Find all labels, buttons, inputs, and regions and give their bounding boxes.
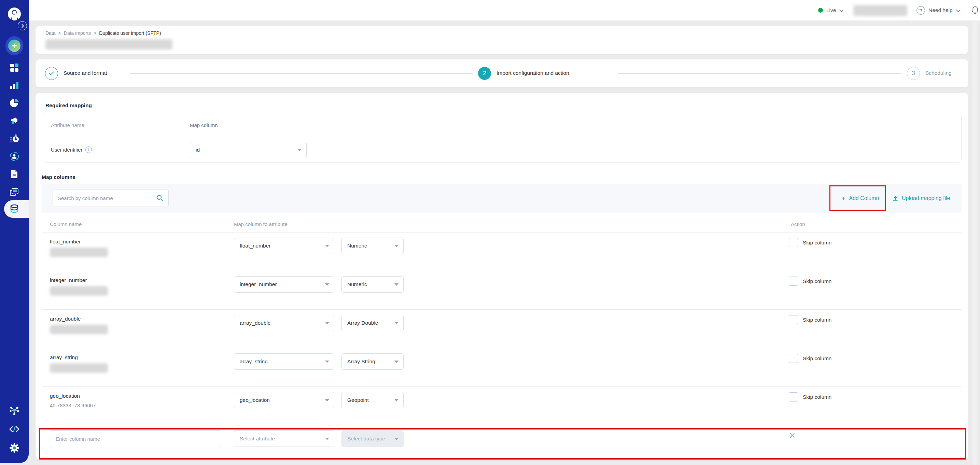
action-header: Action (791, 221, 805, 227)
step-1-check-circle (45, 67, 58, 80)
create-new-button[interactable]: + (5, 36, 23, 55)
user-identifier-value: id (196, 147, 200, 153)
chevron-right-icon (20, 24, 24, 28)
add-column-label: Add Column (849, 195, 879, 201)
page-header-card: Data > Data imports > Duplicate user imp… (35, 26, 968, 54)
user-identifier-label: User identifier i (51, 147, 92, 153)
user-identifier-dropdown[interactable]: id (190, 142, 307, 158)
skip-column-label: Skip column (803, 355, 832, 361)
caret-down-icon (395, 399, 398, 401)
step-3-label[interactable]: Scheduling (925, 70, 952, 76)
grid-icon (9, 62, 19, 73)
sidebar-nav: + (0, 0, 29, 463)
remove-new-column-button[interactable]: ✕ (789, 431, 795, 440)
new-column-name-input[interactable] (50, 430, 221, 447)
code-icon (9, 424, 20, 434)
skip-column-label: Skip column (803, 278, 832, 284)
sidebar-item-reports[interactable] (9, 98, 20, 108)
sidebar-item-journeys[interactable] (9, 134, 20, 145)
caret-down-icon (325, 360, 329, 363)
caret-down-icon (395, 283, 398, 286)
column-name-header: Column name (50, 221, 82, 227)
skip-column-checkbox[interactable] (789, 238, 798, 247)
datatype-dropdown[interactable]: Array Double (342, 315, 404, 331)
info-icon[interactable]: i (85, 147, 92, 153)
chevron-down-icon (839, 8, 844, 12)
notifications-button[interactable] (970, 0, 980, 21)
sidebar-item-developer[interactable] (9, 424, 20, 435)
sidebar-item-data[interactable] (9, 204, 20, 214)
sidebar-item-grid[interactable] (9, 62, 20, 73)
breadcrumb: Data > Data imports > Duplicate user imp… (45, 30, 161, 36)
attribute-dropdown[interactable]: array_double (234, 315, 334, 331)
layers-icon (9, 187, 19, 197)
add-column-button[interactable]: + Add Column (842, 184, 879, 213)
search-input[interactable] (58, 195, 156, 201)
datatype-dropdown[interactable]: Numeric (342, 276, 404, 293)
new-column-attribute-dropdown[interactable]: Select attribute (234, 430, 334, 447)
caret-down-icon (395, 438, 398, 440)
plus-icon: + (8, 40, 21, 52)
divider (42, 135, 961, 135)
caret-down-icon (325, 245, 329, 247)
need-help-label: Need help (928, 7, 953, 13)
datatype-value: Array String (347, 358, 375, 365)
column-name-cell: integer_number (50, 277, 87, 283)
user-identifier-text: User identifier (51, 147, 83, 153)
attribute-value: geo_location (240, 397, 270, 403)
sidebar-item-integrations[interactable] (9, 405, 20, 416)
column-name-cell: array_double (50, 316, 81, 322)
vertical-scrollbar[interactable] (972, 21, 977, 465)
datatype-dropdown[interactable]: Array String (342, 354, 404, 370)
datatype-dropdown[interactable]: Geopoint (342, 392, 404, 408)
sidebar-item-settings[interactable] (9, 443, 20, 453)
breadcrumb-current: Duplicate user import (SFTP) (99, 30, 161, 36)
datatype-dropdown[interactable]: Numeric (342, 237, 404, 254)
table-row: array_string array_string Array String S… (42, 348, 962, 387)
column-name-cell: geo_location (50, 393, 80, 399)
step-1-label[interactable]: Source and format (64, 70, 107, 76)
user-target-icon (9, 151, 20, 162)
skip-column-checkbox[interactable] (789, 277, 798, 286)
map-columns-title: Map columns (42, 174, 75, 180)
datatype-value: Geopoint (347, 397, 369, 403)
attribute-dropdown[interactable]: array_string (234, 354, 334, 370)
breadcrumb-link-data-imports[interactable]: Data imports (64, 30, 91, 36)
sidebar-item-campaigns[interactable] (9, 115, 20, 126)
datatype-value: Numeric (347, 243, 367, 249)
new-column-datatype-dropdown-disabled: Select data type (342, 430, 404, 447)
live-status-dot (818, 8, 823, 13)
attribute-dropdown[interactable]: integer_number (234, 276, 334, 293)
action-cell: Skip column (789, 277, 832, 286)
attribute-name-header: Attribute name (51, 122, 84, 128)
action-cell: Skip column (789, 315, 832, 324)
caret-down-icon (395, 322, 398, 324)
need-help-menu[interactable]: ? Need help (916, 0, 959, 21)
caret-down-icon (325, 399, 329, 401)
skip-column-checkbox[interactable] (789, 392, 798, 401)
skip-column-checkbox[interactable] (789, 354, 798, 363)
sidebar-expand-button[interactable] (18, 21, 27, 30)
search-icon[interactable] (156, 194, 164, 202)
sidebar-item-analytics[interactable] (9, 80, 20, 91)
column-sample-value-redacted (50, 363, 108, 373)
pie-chart-icon (9, 98, 19, 108)
skip-column-checkbox[interactable] (789, 315, 798, 324)
select-attribute-placeholder: Select attribute (240, 436, 275, 442)
upload-mapping-file-button[interactable]: Upload mapping file (892, 184, 950, 213)
check-icon (48, 70, 55, 76)
attribute-dropdown[interactable]: geo_location (234, 392, 334, 408)
skip-column-label: Skip column (803, 394, 832, 400)
step-connector (130, 73, 473, 74)
attribute-dropdown[interactable]: float_number (234, 237, 334, 254)
environment-selector[interactable]: Live (818, 0, 842, 21)
caret-down-icon (325, 283, 329, 286)
action-cell: Skip column (789, 354, 832, 363)
sidebar-item-content[interactable] (9, 169, 20, 180)
column-sample-value-redacted (50, 325, 108, 334)
breadcrumb-link-data[interactable]: Data (45, 30, 56, 36)
live-label: Live (826, 7, 836, 13)
table-row: geo_location 40.78333 -73.96667 geo_loca… (42, 387, 962, 425)
sidebar-item-audiences[interactable] (9, 151, 20, 162)
sidebar-item-boards[interactable] (9, 186, 20, 197)
